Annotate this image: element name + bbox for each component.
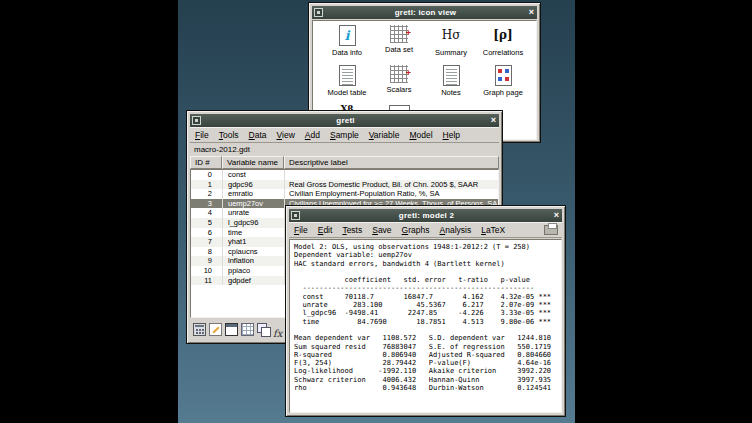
- menu-item-save[interactable]: Save: [367, 222, 396, 238]
- variable-table-header: ID # Variable name Descriptive label: [190, 156, 499, 169]
- variable-id: 8: [191, 247, 223, 257]
- menu-item-analysis[interactable]: Analysis: [435, 222, 477, 238]
- session-icon-glyph: [390, 65, 408, 83]
- session-icon-glyph: [339, 25, 356, 46]
- variable-label: Civilian Employment-Population Ratio, %,…: [285, 189, 498, 199]
- model-output: Model 2: OLS, using observations 1948:1-…: [294, 243, 557, 392]
- model-window: gretl: model 2 × FileEditTestsSaveGraphs…: [285, 205, 566, 417]
- icon-view-titlebar[interactable]: gretl: icon view ×: [312, 6, 537, 19]
- variable-name: ppiaco: [223, 266, 285, 276]
- variable-name: gdpc96: [223, 180, 285, 190]
- variable-name: cpiaucns: [223, 247, 285, 257]
- screen: gretl: icon view × Data info Data set Su…: [0, 0, 752, 423]
- session-icon-label: Notes: [425, 88, 477, 97]
- session-icon-glyph: [443, 65, 460, 86]
- variable-id: 5: [191, 218, 223, 228]
- calculator-icon[interactable]: [193, 323, 206, 336]
- column-header-id[interactable]: ID #: [190, 156, 222, 169]
- dataset-name: macro-2012.gdt: [190, 143, 499, 156]
- session-icon-glyph: [440, 25, 462, 46]
- session-icon-label: Scalars: [373, 85, 425, 94]
- menu-item-file[interactable]: File: [289, 222, 313, 238]
- variable-id: 4: [191, 208, 223, 218]
- variable-name: l_gdpc96: [223, 218, 285, 228]
- session-icon-label: Summary: [425, 48, 477, 57]
- close-icon[interactable]: ×: [551, 209, 562, 222]
- print-icon[interactable]: [544, 225, 558, 235]
- menu-item-data[interactable]: Data: [244, 127, 272, 143]
- variable-name: const: [223, 170, 285, 180]
- variable-id: 2: [191, 189, 223, 199]
- main-menubar: FileToolsDataViewAddSampleVariableModelH…: [190, 127, 499, 143]
- variable-row[interactable]: 2 emratio Civilian Employment-Population…: [191, 189, 498, 199]
- variable-name: gdpdef: [223, 276, 285, 286]
- menu-item-variable[interactable]: Variable: [364, 127, 405, 143]
- session-icon-glyph: [339, 65, 356, 86]
- window-menu-icon[interactable]: [192, 116, 201, 125]
- variable-id: 11: [191, 276, 223, 286]
- column-header-name[interactable]: Variable name: [222, 156, 284, 169]
- menu-item-tests[interactable]: Tests: [337, 222, 367, 238]
- variable-id: 10: [191, 266, 223, 276]
- variable-name: emratio: [223, 189, 285, 199]
- variable-id: 1: [191, 180, 223, 190]
- variable-name: time: [223, 228, 285, 238]
- close-icon[interactable]: ×: [488, 114, 499, 127]
- session-icon-model-table[interactable]: Model table: [321, 65, 373, 105]
- session-icon-glyph: [492, 25, 514, 46]
- menu-item-file[interactable]: File: [190, 127, 214, 143]
- session-icon-label: Data info: [321, 48, 373, 57]
- session-icon-data-set[interactable]: Data set: [373, 25, 425, 65]
- menu-item-latex[interactable]: LaTeX: [476, 222, 510, 238]
- session-icon-correlations[interactable]: Correlations: [477, 25, 529, 65]
- model-output-area: Model 2: OLS, using observations 1948:1-…: [289, 239, 562, 413]
- variable-name: yhat1: [223, 237, 285, 247]
- menu-item-view[interactable]: View: [272, 127, 300, 143]
- menu-item-model[interactable]: Model: [404, 127, 437, 143]
- session-icon-glyph: [390, 25, 408, 43]
- menu-item-sample[interactable]: Sample: [325, 127, 364, 143]
- variable-row[interactable]: 0 const: [191, 170, 498, 180]
- variable-row[interactable]: 1 gdpc96 Real Gross Domestic Product, Bi…: [191, 180, 498, 190]
- variable-id: 0: [191, 170, 223, 180]
- window-title: gretl: model 2: [302, 209, 551, 222]
- menu-item-edit[interactable]: Edit: [313, 222, 338, 238]
- model-titlebar[interactable]: gretl: model 2 ×: [289, 209, 562, 222]
- session-icon-summary[interactable]: Summary: [425, 25, 477, 65]
- column-header-label[interactable]: Descriptive label: [284, 156, 499, 169]
- window-title: gretl: [203, 114, 488, 127]
- variable-name: unrate: [223, 208, 285, 218]
- variable-id: 6: [191, 228, 223, 238]
- variable-id: 3: [191, 199, 223, 209]
- new-script-icon[interactable]: [209, 323, 222, 336]
- session-icon-label: Model table: [321, 88, 373, 97]
- session-icon-label: Graph page: [477, 88, 529, 97]
- spreadsheet-icon[interactable]: [241, 323, 254, 336]
- main-titlebar[interactable]: gretl ×: [190, 114, 499, 127]
- model-menubar: FileEditTestsSaveGraphsAnalysisLaTeX: [289, 222, 562, 238]
- variable-name: inflation: [223, 256, 285, 266]
- variable-id: 7: [191, 237, 223, 247]
- menu-item-graphs[interactable]: Graphs: [397, 222, 435, 238]
- menu-item-add[interactable]: Add: [300, 127, 325, 143]
- menu-item-help[interactable]: Help: [438, 127, 465, 143]
- session-icon-scalars[interactable]: Scalars: [373, 65, 425, 105]
- session-icon-data-info[interactable]: Data info: [321, 25, 373, 65]
- session-icon-label: Data set: [373, 45, 425, 54]
- close-icon[interactable]: ×: [526, 6, 537, 19]
- session-icon-label: Correlations: [477, 48, 529, 57]
- window-menu-icon[interactable]: [314, 8, 323, 17]
- session-icon-glyph: [495, 65, 512, 86]
- session-icon-graph-page[interactable]: Graph page: [477, 65, 529, 105]
- variable-name: uemp27ov: [223, 199, 285, 209]
- console-icon[interactable]: [225, 323, 238, 336]
- window-title: gretl: icon view: [325, 6, 526, 19]
- variable-label: Real Gross Domestic Product, Bil. of Chn…: [285, 180, 498, 190]
- variable-id: 9: [191, 256, 223, 266]
- variable-label: [285, 170, 498, 180]
- session-icon-notes[interactable]: Notes: [425, 65, 477, 105]
- session-icon[interactable]: [257, 323, 270, 336]
- menu-item-tools[interactable]: Tools: [214, 127, 244, 143]
- window-menu-icon[interactable]: [291, 211, 300, 220]
